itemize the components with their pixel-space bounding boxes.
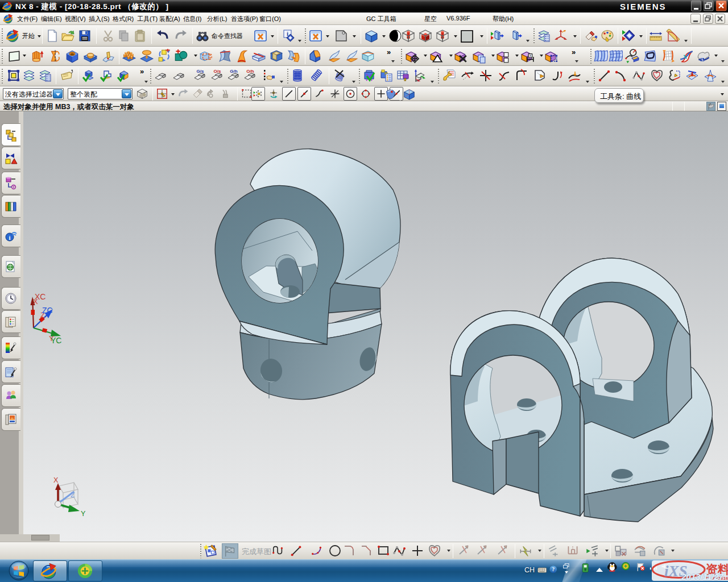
svg-text:ZC: ZC: [42, 306, 53, 315]
svg-text:X: X: [53, 476, 59, 484]
svg-text:O/h: O/h: [246, 69, 254, 74]
svg-text:YC: YC: [51, 336, 61, 345]
svg-text:XC: XC: [35, 292, 46, 301]
svg-text:G/h: G/h: [230, 69, 237, 74]
svg-text:?: ?: [552, 566, 555, 572]
svg-text:Y: Y: [81, 510, 86, 518]
svg-text:O/s: O/s: [214, 69, 221, 74]
svg-text:i: i: [9, 234, 10, 241]
svg-text:Z: Z: [71, 491, 75, 499]
svg-text:i: i: [287, 30, 288, 37]
svg-text:G/s: G/s: [197, 69, 204, 74]
